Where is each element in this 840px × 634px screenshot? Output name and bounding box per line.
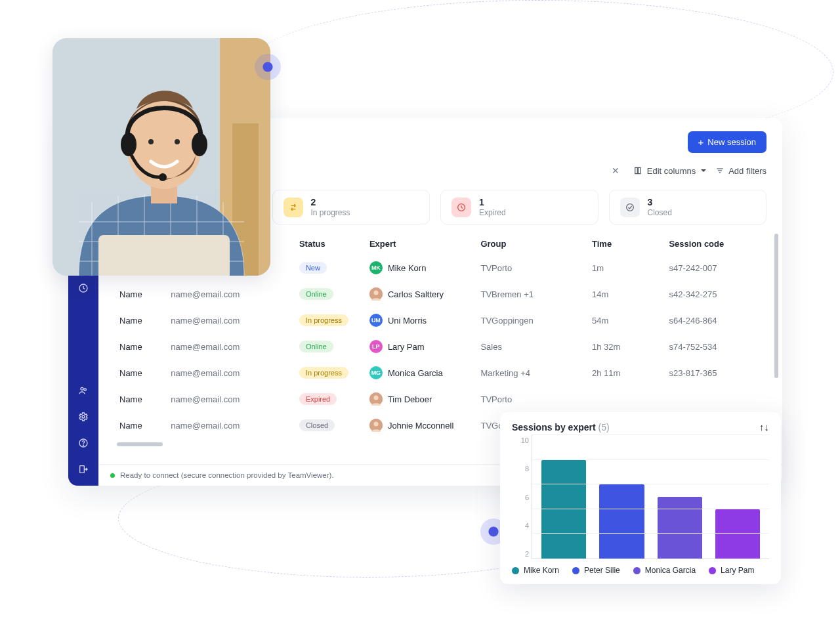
status-badge: Online — [299, 288, 333, 300]
status-badge: In progress — [299, 367, 348, 379]
svg-point-21 — [81, 387, 83, 390]
svg-point-19 — [159, 173, 167, 181]
vertical-scrollbar[interactable] — [774, 234, 778, 378]
column-header[interactable]: Session code — [663, 234, 766, 255]
svg-point-33 — [626, 203, 633, 211]
svg-point-25 — [83, 445, 83, 446]
table-row[interactable]: Name name@email.com Online Carlos Saltte… — [114, 281, 766, 307]
svg-point-16 — [175, 139, 180, 144]
chart-sort-button[interactable]: ↑↓ — [759, 421, 769, 433]
svg-point-35 — [373, 291, 378, 295]
sidebar-sessions-icon[interactable] — [74, 278, 93, 298]
avatar — [369, 419, 383, 432]
summary-icon — [620, 198, 640, 217]
gear-icon[interactable] — [74, 407, 93, 427]
svg-rect-28 — [638, 167, 640, 173]
table-row[interactable]: Name name@email.com In progress MGMonica… — [114, 360, 766, 386]
status-badge: New — [299, 262, 327, 274]
avatar: MK — [369, 261, 383, 274]
plus-icon: + — [698, 137, 704, 147]
legend-item[interactable]: Lary Pam — [709, 566, 754, 575]
legend-item[interactable]: Peter Silie — [572, 566, 620, 575]
chart-y-axis: 108642 — [512, 435, 529, 559]
columns-icon — [634, 166, 643, 175]
legend-item[interactable]: Monica Garcia — [633, 566, 696, 575]
svg-point-18 — [192, 133, 207, 156]
add-filters-button[interactable]: Add filters — [715, 166, 766, 176]
accent-dot-top — [255, 54, 281, 80]
status-badge: In progress — [299, 314, 348, 326]
clear-search-icon[interactable]: ✕ — [612, 165, 620, 176]
chart-bar[interactable] — [599, 484, 644, 559]
column-header[interactable]: Status — [294, 234, 364, 255]
status-badge: Expired — [299, 393, 337, 405]
avatar: UM — [369, 314, 383, 327]
svg-point-17 — [121, 133, 136, 156]
summary-card-in-progress[interactable]: 2In progress — [272, 190, 430, 224]
avatar — [369, 287, 383, 301]
users-icon[interactable] — [74, 381, 93, 400]
summary-icon — [452, 198, 471, 217]
legend-swatch — [572, 567, 579, 574]
column-header[interactable]: Expert — [364, 234, 476, 255]
table-row[interactable]: Name name@email.com Expired Tim Deboer T… — [114, 386, 766, 412]
status-indicator-icon — [110, 473, 115, 478]
chart-bar[interactable] — [715, 509, 760, 559]
help-icon[interactable] — [74, 433, 93, 453]
svg-point-15 — [148, 139, 154, 144]
sessions-by-expert-chart: Sessions by expert (5) ↑↓ 108642 Mike Ko… — [500, 412, 781, 584]
summary-icon — [284, 198, 303, 217]
avatar: MG — [369, 366, 383, 379]
svg-point-39 — [373, 422, 378, 427]
new-session-button[interactable]: + New session — [688, 131, 766, 153]
legend-swatch — [633, 567, 640, 574]
chart-legend: Mike KornPeter SilieMonica GarciaLary Pa… — [512, 559, 769, 575]
column-header[interactable]: Time — [587, 234, 663, 255]
legend-swatch — [512, 567, 519, 574]
chart-plot-area — [532, 435, 769, 559]
summary-card-expired[interactable]: 1Expired — [440, 190, 598, 224]
status-text: Ready to connect (secure connection prov… — [120, 471, 334, 479]
edit-columns-button[interactable]: Edit columns — [634, 166, 706, 176]
status-badge: Online — [299, 341, 333, 352]
avatar: LP — [369, 340, 383, 353]
table-row[interactable]: Name name@email.com In progress UMUni Mo… — [114, 307, 766, 333]
svg-point-37 — [373, 396, 378, 400]
svg-point-22 — [84, 389, 86, 391]
chart-title: Sessions by expert (5) — [512, 422, 610, 433]
status-badge: Closed — [299, 419, 335, 431]
support-agent-photo — [52, 38, 270, 276]
legend-item[interactable]: Mike Korn — [512, 566, 559, 575]
summary-card-closed[interactable]: 3Closed — [609, 190, 767, 224]
svg-rect-12 — [98, 235, 230, 276]
legend-swatch — [709, 567, 716, 574]
new-session-label: New session — [707, 137, 756, 147]
exit-icon[interactable] — [74, 459, 93, 479]
avatar — [369, 392, 383, 406]
svg-rect-27 — [635, 167, 638, 173]
column-header[interactable]: Group — [475, 234, 587, 255]
table-row[interactable]: Name name@email.com Online LPLary Pam Sa… — [114, 333, 766, 360]
filter-icon — [715, 166, 724, 175]
horizontal-scrollbar[interactable] — [117, 442, 163, 446]
svg-point-23 — [82, 415, 85, 418]
chart-bar[interactable] — [658, 497, 702, 559]
svg-rect-26 — [80, 466, 85, 473]
